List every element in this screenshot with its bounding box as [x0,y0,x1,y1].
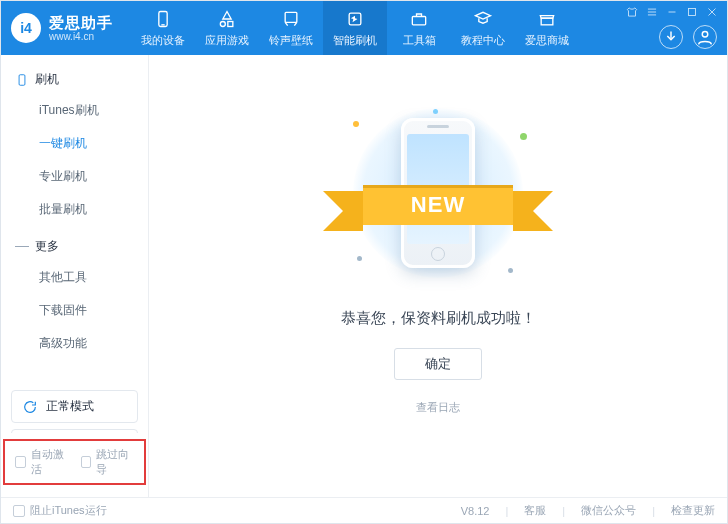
nav-ringtones[interactable]: 铃声壁纸 [259,1,323,55]
checkbox-block-itunes[interactable]: 阻止iTunes运行 [13,503,107,518]
minimize-icon[interactable] [665,5,679,19]
nav-tutorials[interactable]: 教程中心 [451,1,515,55]
sidebar: 刷机 iTunes刷机 一键刷机 专业刷机 批量刷机 更多 其他工具 下载固件 … [1,55,149,497]
tutorial-icon [473,9,493,29]
app-name: 爱思助手 [49,15,113,30]
checkbox-skip-wizard[interactable]: 跳过向导 [81,447,135,477]
success-message: 恭喜您，保资料刷机成功啦！ [341,309,536,328]
nav-smart-flash[interactable]: 智能刷机 [323,1,387,55]
nav-label: 我的设备 [141,33,185,48]
support-link[interactable]: 客服 [524,503,546,518]
close-icon[interactable] [705,5,719,19]
svg-rect-7 [541,18,553,25]
nav-toolbox[interactable]: 工具箱 [387,1,451,55]
device-mode-box[interactable]: 正常模式 [11,390,138,423]
logo-mark-icon: i4 [11,13,41,43]
sidebar-section-more: 更多 [1,232,148,261]
menu-lines-icon [15,240,29,254]
sidebar-item-batch-flash[interactable]: 批量刷机 [1,193,148,226]
svg-rect-3 [228,21,233,26]
nav-label: 工具箱 [403,33,436,48]
nav-label: 智能刷机 [333,33,377,48]
svg-rect-6 [412,16,425,24]
header-right [659,25,717,49]
apps-icon [217,9,237,29]
app-logo: i4 爱思助手 www.i4.cn [1,1,125,55]
maximize-icon[interactable] [685,5,699,19]
success-illustration: NEW [323,103,553,283]
window-controls [625,5,719,19]
sidebar-item-oneclick-flash[interactable]: 一键刷机 [1,127,148,160]
checkbox-label: 阻止iTunes运行 [30,503,107,518]
wechat-link[interactable]: 微信公众号 [581,503,636,518]
status-bar: 阻止iTunes运行 V8.12| 客服| 微信公众号| 检查更新 [1,497,727,523]
sidebar-item-pro-flash[interactable]: 专业刷机 [1,160,148,193]
nav-apps-games[interactable]: 应用游戏 [195,1,259,55]
svg-rect-12 [689,9,696,16]
checkbox-label: 跳过向导 [96,447,134,477]
section-title: 更多 [35,238,59,255]
nav-my-devices[interactable]: 我的设备 [131,1,195,55]
checkbox-auto-activate[interactable]: 自动激活 [15,447,69,477]
nav-store[interactable]: 爱思商城 [515,1,579,55]
top-nav: 我的设备 应用游戏 铃声壁纸 智能刷机 工具箱 教程中心 爱思商城 [131,1,579,55]
nav-label: 铃声壁纸 [269,33,313,48]
sidebar-item-itunes-flash[interactable]: iTunes刷机 [1,94,148,127]
post-flash-options: 自动激活 跳过向导 [5,441,144,483]
store-icon [537,9,557,29]
svg-rect-16 [19,74,25,85]
checkbox-label: 自动激活 [31,447,69,477]
ok-button[interactable]: 确定 [394,348,482,380]
ribbon-text: NEW [411,192,465,218]
toolbox-icon [409,9,429,29]
download-button[interactable] [659,25,683,49]
refresh-icon [22,399,38,415]
svg-point-15 [702,32,708,38]
view-log-link[interactable]: 查看日志 [416,400,460,415]
phone-outline-icon [15,73,29,87]
nav-label: 应用游戏 [205,33,249,48]
main-panel: NEW 恭喜您，保资料刷机成功啦！ 确定 查看日志 [149,55,727,497]
svg-point-2 [220,21,225,26]
sidebar-section-flash: 刷机 [1,65,148,94]
app-url: www.i4.cn [49,32,113,42]
title-bar: i4 爱思助手 www.i4.cn 我的设备 应用游戏 铃声壁纸 智能刷机 工具… [1,1,727,55]
music-icon [281,9,301,29]
sidebar-item-other-tools[interactable]: 其他工具 [1,261,148,294]
device-mode-label: 正常模式 [46,398,94,415]
sidebar-item-download-fw[interactable]: 下载固件 [1,294,148,327]
new-ribbon: NEW [363,185,513,225]
phone-icon [153,9,173,29]
account-button[interactable] [693,25,717,49]
sidebar-item-advanced[interactable]: 高级功能 [1,327,148,360]
check-update-link[interactable]: 检查更新 [671,503,715,518]
flash-icon [345,9,365,29]
svg-rect-4 [285,12,297,22]
nav-label: 爱思商城 [525,33,569,48]
section-title: 刷机 [35,71,59,88]
tshirt-icon[interactable] [625,5,639,19]
nav-label: 教程中心 [461,33,505,48]
version-label: V8.12 [461,505,490,517]
menu-icon[interactable] [645,5,659,19]
